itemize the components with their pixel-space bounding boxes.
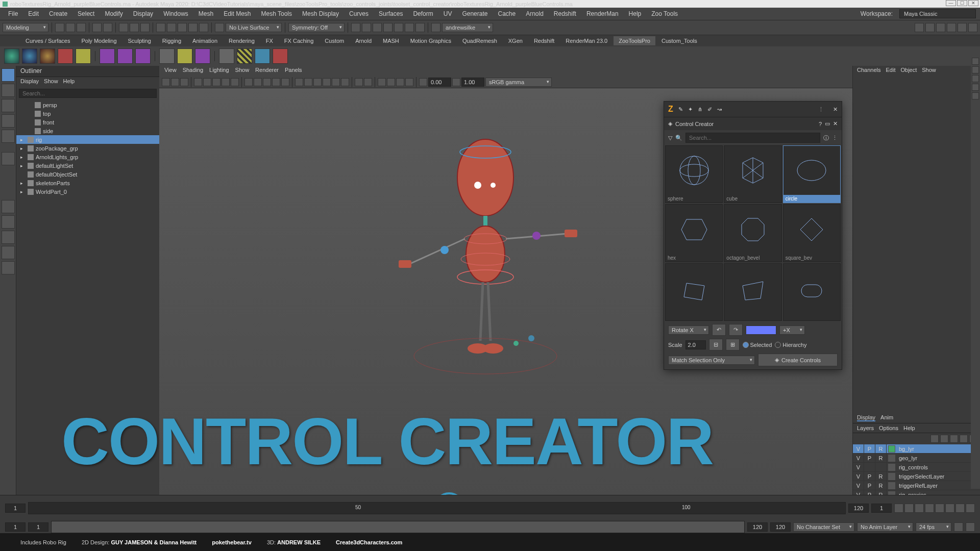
layout5-icon[interactable] bbox=[958, 23, 967, 32]
outliner-item-top[interactable]: top bbox=[16, 109, 159, 118]
layout3-icon[interactable] bbox=[936, 23, 945, 32]
vp-light2-icon[interactable] bbox=[304, 78, 312, 86]
shape-square_bev[interactable]: square_bev bbox=[783, 204, 841, 262]
outliner-item-ArnoldLights_grp[interactable]: ▸ArnoldLights_grp bbox=[16, 153, 159, 161]
shelf-tab-quadremesh[interactable]: QuadRemesh bbox=[457, 36, 502, 45]
shelf-tab-rigging[interactable]: Rigging bbox=[157, 36, 186, 45]
shelf-diamond-icon[interactable] bbox=[255, 48, 270, 64]
undo-rotate-icon[interactable]: ↶ bbox=[712, 324, 726, 336]
shape-shape6[interactable] bbox=[665, 263, 723, 321]
symmetry-dropdown[interactable]: Symmetry: Off bbox=[288, 23, 345, 32]
shape-shape8[interactable] bbox=[783, 263, 841, 321]
forward-icon[interactable] bbox=[966, 504, 975, 513]
vp-image-icon[interactable] bbox=[194, 78, 202, 86]
create-controls-button[interactable]: ◈ Create Controls bbox=[758, 354, 838, 366]
layer-triggerRefLayer[interactable]: VPRtriggerRefLayer bbox=[853, 481, 980, 490]
snap-point-icon[interactable] bbox=[178, 23, 187, 32]
vp-shade3-icon[interactable] bbox=[263, 78, 271, 86]
charset-dropdown[interactable]: No Character Set bbox=[793, 522, 854, 532]
vp-bookmark-icon[interactable] bbox=[180, 78, 188, 86]
next-key-icon[interactable] bbox=[945, 504, 954, 513]
menu-edit-mesh[interactable]: Edit Mesh bbox=[219, 9, 255, 19]
vp-expo-icon[interactable] bbox=[419, 78, 427, 86]
rewind-icon[interactable] bbox=[894, 504, 903, 513]
menu-file[interactable]: File bbox=[4, 9, 22, 19]
shelf-tab-poly-modeling[interactable]: Poly Modeling bbox=[76, 36, 121, 45]
tab-help[interactable]: Help bbox=[903, 425, 915, 431]
shelf-zoo1-icon[interactable] bbox=[4, 48, 19, 64]
vp-aa-icon[interactable] bbox=[332, 78, 340, 86]
ipr-icon[interactable] bbox=[383, 23, 393, 32]
select-icon[interactable] bbox=[119, 23, 128, 32]
rt4-icon[interactable] bbox=[972, 84, 979, 91]
shelf-tab-curves-surfaces[interactable]: Curves / Surfaces bbox=[20, 36, 75, 45]
layer-rig_controls[interactable]: Vrig_controls bbox=[853, 463, 980, 472]
shelf-tab-mash[interactable]: MASH bbox=[378, 36, 404, 45]
scale-input[interactable] bbox=[685, 340, 706, 349]
outliner-item-persp[interactable]: persp bbox=[16, 101, 159, 109]
play-back-icon[interactable] bbox=[925, 504, 934, 513]
shelf-tab-custom[interactable]: Custom bbox=[320, 36, 349, 45]
magnet-icon[interactable] bbox=[215, 23, 224, 32]
shelf-tab-sculpting[interactable]: Sculpting bbox=[123, 36, 156, 45]
prev-key-icon[interactable] bbox=[915, 504, 924, 513]
vp-motion-icon[interactable] bbox=[341, 78, 349, 86]
vp-gamma-icon[interactable] bbox=[452, 78, 460, 86]
outliner-item-front[interactable]: front bbox=[16, 118, 159, 127]
new-scene-icon[interactable] bbox=[55, 23, 64, 32]
vp-safe-icon[interactable] bbox=[231, 78, 239, 86]
view2-tool[interactable] bbox=[2, 231, 15, 244]
snap-plane-icon[interactable] bbox=[188, 23, 198, 32]
menu-generate[interactable]: Generate bbox=[458, 9, 492, 19]
open-scene-icon[interactable] bbox=[66, 23, 75, 32]
menu-edit[interactable]: Edit bbox=[24, 9, 43, 19]
shape-octagon_bevel[interactable]: octagon_bevel bbox=[724, 204, 781, 262]
menu-mesh-tools[interactable]: Mesh Tools bbox=[257, 9, 296, 19]
snap-live-icon[interactable] bbox=[199, 23, 208, 32]
vp-shade4-icon[interactable] bbox=[272, 78, 280, 86]
vp-gate-icon[interactable] bbox=[212, 78, 220, 86]
step-fwd-icon[interactable] bbox=[955, 504, 965, 513]
range-start[interactable]: 1 bbox=[5, 522, 26, 532]
shelf-tab-renderman-23-0[interactable]: RenderMan 23.0 bbox=[560, 36, 612, 45]
outliner-item-rig[interactable]: ▸rig bbox=[16, 135, 159, 144]
construction-icon[interactable] bbox=[362, 23, 371, 32]
help-icon[interactable]: ? bbox=[819, 121, 822, 127]
redo-rotate-icon[interactable]: ↷ bbox=[729, 324, 743, 336]
shelf-tab-arnold[interactable]: Arnold bbox=[350, 36, 377, 45]
menu-create[interactable]: Create bbox=[45, 9, 71, 19]
layer-bg_lyr[interactable]: VPRbg_lyr bbox=[853, 444, 980, 454]
view1-tool[interactable] bbox=[2, 215, 15, 229]
shelf-tool1-icon[interactable] bbox=[58, 48, 73, 64]
outliner-item-defaultObjectSet[interactable]: defaultObjectSet bbox=[16, 170, 159, 179]
hierarchy-radio[interactable]: Hierarchy bbox=[775, 342, 806, 348]
tab-options[interactable]: Options bbox=[879, 425, 898, 431]
layout1-icon[interactable] bbox=[915, 23, 924, 32]
menu-renderman[interactable]: RenderMan bbox=[582, 9, 623, 19]
viewport-menu-renderer[interactable]: Renderer bbox=[255, 67, 279, 75]
fps-dropdown[interactable]: 24 fps bbox=[916, 522, 951, 532]
more-icon[interactable]: ⋮ bbox=[832, 135, 838, 141]
outliner-menu-show[interactable]: Show bbox=[44, 78, 58, 86]
shelf-purple1-icon[interactable] bbox=[100, 48, 115, 64]
shelf-tab-rendering[interactable]: Rendering bbox=[224, 36, 260, 45]
tab-brush-icon[interactable]: ✐ bbox=[707, 106, 712, 113]
last-tool[interactable] bbox=[2, 152, 15, 165]
layer-triggerSelectLayer[interactable]: VPRtriggerSelectLayer bbox=[853, 472, 980, 481]
channel-menu-edit[interactable]: Edit bbox=[886, 67, 895, 75]
rotate-dropdown[interactable]: Rotate X bbox=[668, 325, 709, 335]
move-tool[interactable] bbox=[2, 99, 15, 112]
close-button[interactable]: ✕ bbox=[968, 0, 978, 6]
vp-xray-icon[interactable] bbox=[378, 78, 386, 86]
vp-film-icon[interactable] bbox=[203, 78, 211, 86]
pause-icon[interactable] bbox=[415, 23, 425, 32]
shelf-tool2-icon[interactable] bbox=[76, 48, 91, 64]
layer-geo_lyr[interactable]: VPRgeo_lyr bbox=[853, 454, 980, 463]
outliner-menu-help[interactable]: Help bbox=[63, 78, 75, 86]
vp-iso1-icon[interactable] bbox=[355, 78, 363, 86]
shelf-red-icon[interactable] bbox=[273, 48, 288, 64]
shelf-purple2-icon[interactable] bbox=[117, 48, 133, 64]
shape-search-input[interactable] bbox=[685, 133, 820, 143]
menu-display[interactable]: Display bbox=[129, 9, 157, 19]
info-icon[interactable]: ⓘ bbox=[823, 134, 829, 142]
